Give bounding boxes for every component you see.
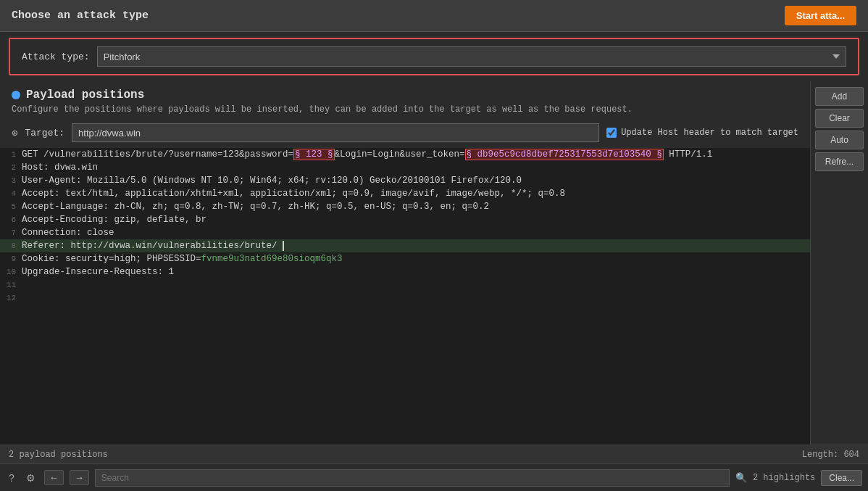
length-info: Length: 604 [802, 450, 859, 460]
settings-button[interactable]: ⚙ [23, 471, 38, 485]
line-content-1: GET /vulnerabilities/brute/?username=123… [22, 148, 810, 161]
cookie-value: fvnme9u3natd69e80sioqm6qk3 [201, 254, 343, 264]
line-number-9: 9 [0, 252, 22, 265]
target-row: ⊕ Target: Update Host header to match ta… [0, 117, 810, 148]
update-host-checkbox-group: Update Host header to match target [606, 128, 798, 138]
line-content-7: Connection: close [22, 226, 810, 239]
clear-button[interactable]: Clear [815, 109, 864, 128]
payload-marker-1: § 123 § [293, 149, 335, 160]
line-number-2: 2 [0, 161, 22, 174]
line-number-1: 1 [0, 148, 22, 161]
refresh-button[interactable]: Refre... [815, 152, 864, 171]
line-content-10: Upgrade-Insecure-Requests: 1 [22, 265, 810, 278]
line-number-12: 12 [0, 292, 22, 305]
line-number-3: 3 [0, 174, 22, 187]
line-content-5: Accept-Language: zh-CN, zh; q=0.8, zh-TW… [22, 200, 810, 213]
code-line-3: 3 User-Agent: Mozilla/5.0 (Windows NT 10… [0, 174, 810, 187]
code-line-5: 5 Accept-Language: zh-CN, zh; q=0.8, zh-… [0, 200, 810, 213]
line-content-9: Cookie: security=high; PHPSESSID=fvnme9u… [22, 252, 810, 265]
bottom-bar: ? ⚙ ← → 🔍 2 highlights Clea... [0, 463, 868, 491]
code-line-12: 12 [0, 292, 810, 305]
right-panel: Add Clear Auto Refre... [810, 81, 868, 491]
highlights-count: 2 highlights [753, 473, 815, 483]
update-host-checkbox[interactable] [606, 128, 617, 138]
line-content-12 [22, 292, 810, 305]
line-content-4: Accept: text/html, application/xhtml+xml… [22, 187, 810, 200]
clear-bottom-button[interactable]: Clea... [821, 470, 862, 486]
search-input[interactable] [95, 469, 730, 487]
auto-button[interactable]: Auto [815, 131, 864, 149]
target-input[interactable] [72, 123, 599, 142]
line-number-8: 8 [0, 239, 22, 252]
line-content-3: User-Agent: Mozilla/5.0 (Windows NT 10.0… [22, 174, 810, 187]
line-number-4: 4 [0, 187, 22, 200]
code-line-7: 7 Connection: close [0, 226, 810, 239]
left-panel: Payload positions Configure the position… [0, 81, 810, 491]
line-number-11: 11 [0, 278, 22, 292]
target-label: Target: [25, 128, 64, 139]
code-line-4: 4 Accept: text/html, application/xhtml+x… [0, 187, 810, 200]
line-content-8: Referer: http://dvwa.win/vulnerabilities… [22, 239, 810, 252]
code-line-1: 1 GET /vulnerabilities/brute/?username=1… [0, 148, 810, 161]
line-number-5: 5 [0, 200, 22, 213]
code-line-6: 6 Accept-Encoding: gzip, deflate, br [0, 213, 810, 226]
attack-type-section: Attack type: Sniper Battering ram Pitchf… [9, 38, 859, 75]
top-bar: Choose an attack type Start atta... [0, 0, 868, 32]
search-icon: 🔍 [735, 472, 747, 484]
line-number-6: 6 [0, 213, 22, 226]
update-host-label: Update Host header to match target [621, 128, 798, 138]
code-editor[interactable]: 1 GET /vulnerabilities/brute/?username=1… [0, 148, 810, 491]
code-line-10: 10 Upgrade-Insecure-Requests: 1 [0, 265, 810, 278]
attack-type-select[interactable]: Sniper Battering ram Pitchfork Cluster b… [97, 46, 846, 67]
next-button[interactable]: → [70, 470, 89, 485]
status-bar: 2 payload positions Length: 604 [0, 445, 868, 463]
section-dot-icon [12, 91, 20, 99]
page-title: Choose an attack type [12, 9, 149, 22]
prev-button[interactable]: ← [44, 470, 64, 485]
line-number-10: 10 [0, 265, 22, 278]
line-content-11 [22, 278, 810, 292]
add-button[interactable]: Add [815, 87, 864, 106]
code-line-2: 2 Host: dvwa.win [0, 161, 810, 174]
attack-type-label: Attack type: [22, 51, 90, 62]
line-content-6: Accept-Encoding: gzip, deflate, br [22, 213, 810, 226]
code-line-8: 8 Referer: http://dvwa.win/vulnerabiliti… [0, 239, 810, 252]
payload-positions-count: 2 payload positions [9, 450, 108, 460]
line-content-2: Host: dvwa.win [22, 161, 810, 174]
code-line-11: 11 [0, 278, 810, 292]
line-number-7: 7 [0, 226, 22, 239]
code-line-9: 9 Cookie: security=high; PHPSESSID=fvnme… [0, 252, 810, 265]
main-content: Payload positions Configure the position… [0, 81, 868, 491]
target-icon: ⊕ [12, 127, 17, 139]
payload-marker-2: § db9e5c9cd8dbef725317553d7e103540 § [465, 149, 664, 160]
help-button[interactable]: ? [6, 471, 17, 485]
start-attack-button[interactable]: Start atta... [785, 6, 856, 25]
cursor [277, 241, 285, 251]
payload-positions-header: Payload positions Configure the position… [0, 81, 810, 117]
payload-positions-title: Payload positions [12, 88, 798, 102]
payload-positions-description: Configure the positions where payloads w… [12, 104, 798, 115]
